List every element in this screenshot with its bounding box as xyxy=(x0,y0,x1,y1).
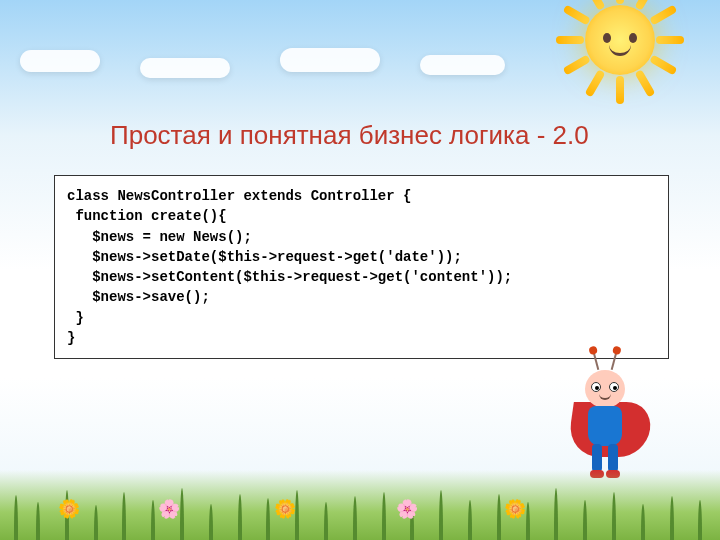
flower-icon: 🌼 xyxy=(58,498,80,520)
flower-icon: 🌸 xyxy=(158,498,180,520)
flower-icon: 🌸 xyxy=(396,498,418,520)
code-text: class NewsController extends Controller … xyxy=(67,186,656,348)
slide-title: Простая и понятная бизнес логика - 2.0 xyxy=(110,120,589,151)
flower-icon: 🌼 xyxy=(274,498,296,520)
grass-decoration: 🌼 🌸 🌼 🌸 🌼 xyxy=(0,470,720,540)
clouds-decoration xyxy=(0,40,720,90)
code-block: class NewsController extends Controller … xyxy=(54,175,669,359)
flower-icon: 🌼 xyxy=(504,498,526,520)
